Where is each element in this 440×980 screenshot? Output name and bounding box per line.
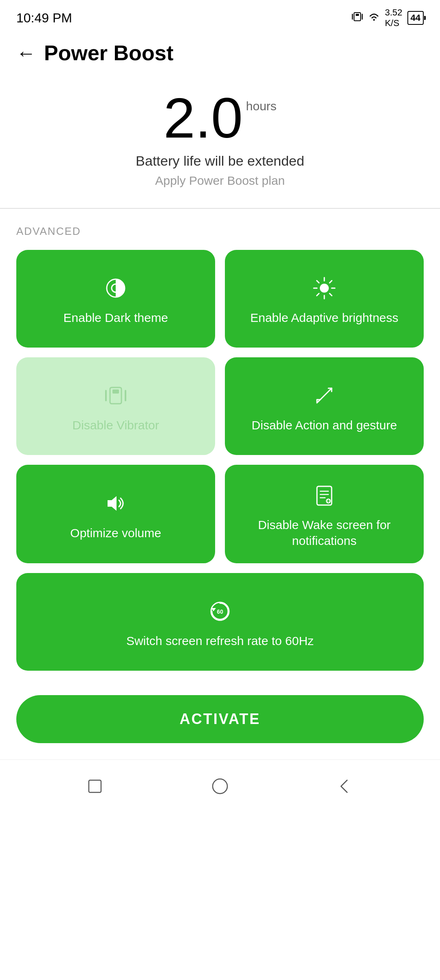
extend-text: Battery life will be extended xyxy=(136,153,304,169)
nav-bar xyxy=(0,759,440,817)
svg-marker-25 xyxy=(108,496,117,511)
svg-line-14 xyxy=(330,280,332,283)
wake-screen-icon xyxy=(310,481,339,510)
cards-grid: Enable Dark theme Enable Adaptive bright… xyxy=(16,250,424,671)
enable-adaptive-brightness-card[interactable]: Enable Adaptive brightness xyxy=(225,250,424,348)
hours-label: hours xyxy=(246,99,277,113)
disable-vibrator-card[interactable]: Disable Vibrator xyxy=(16,357,215,455)
divider xyxy=(0,208,440,209)
advanced-label: ADVANCED xyxy=(16,225,424,238)
activate-section: ACTIVATE xyxy=(0,679,440,759)
refresh-rate-icon: 60 xyxy=(206,597,234,626)
svg-rect-1 xyxy=(356,14,359,16)
adaptive-brightness-label: Enable Adaptive brightness xyxy=(250,310,398,326)
back-nav-button[interactable] xyxy=(331,772,359,801)
disable-action-gesture-card[interactable]: Disable Action and gesture xyxy=(225,357,424,455)
svg-line-13 xyxy=(330,293,332,296)
home-button[interactable] xyxy=(81,772,109,801)
refresh-rate-label: Switch screen refresh rate to 60Hz xyxy=(126,633,314,649)
svg-point-37 xyxy=(213,779,227,794)
hero-section: 2.0 hours Battery life will be extended … xyxy=(0,73,440,200)
recents-button[interactable] xyxy=(206,772,234,801)
gesture-icon xyxy=(310,381,339,410)
hours-display: 2.0 hours xyxy=(163,90,277,147)
apply-plan-text: Apply Power Boost plan xyxy=(155,174,285,188)
back-button[interactable]: ← xyxy=(16,42,36,64)
battery-percent: 44 xyxy=(411,13,420,23)
page-title: Power Boost xyxy=(44,41,174,65)
hours-number: 2.0 xyxy=(163,90,243,147)
svg-line-12 xyxy=(317,280,319,283)
vibrate-icon xyxy=(352,11,363,25)
svg-point-7 xyxy=(320,284,329,293)
wake-screen-label: Disable Wake screen for notifications xyxy=(235,517,414,549)
status-time: 10:49 PM xyxy=(16,11,72,26)
svg-rect-36 xyxy=(89,780,101,792)
switch-refresh-rate-card[interactable]: 60 Switch screen refresh rate to 60Hz xyxy=(16,573,424,671)
dark-theme-label: Enable Dark theme xyxy=(64,310,168,326)
brightness-icon xyxy=(310,274,339,302)
optimize-volume-label: Optimize volume xyxy=(70,525,161,541)
battery-indicator: 44 xyxy=(407,11,424,25)
optimize-volume-card[interactable]: Optimize volume xyxy=(16,465,215,563)
svg-point-4 xyxy=(373,19,375,21)
vibrator-icon xyxy=(101,381,130,410)
svg-rect-17 xyxy=(112,389,119,394)
svg-line-24 xyxy=(318,388,332,402)
status-icons: 3.52K/S 44 xyxy=(352,7,424,28)
svg-text:60: 60 xyxy=(217,608,223,615)
volume-icon xyxy=(101,489,130,518)
status-bar: 10:49 PM 3.52K/S 44 xyxy=(0,0,440,33)
activate-button[interactable]: ACTIVATE xyxy=(16,695,424,743)
disable-vibrator-label: Disable Vibrator xyxy=(73,417,159,433)
enable-dark-theme-card[interactable]: Enable Dark theme xyxy=(16,250,215,348)
wifi-icon xyxy=(368,11,380,24)
advanced-section: ADVANCED Enable Dark theme xyxy=(0,217,440,679)
network-speed: 3.52K/S xyxy=(385,7,403,28)
action-gesture-label: Disable Action and gesture xyxy=(252,417,397,433)
dark-theme-icon xyxy=(101,274,130,302)
disable-wake-screen-card[interactable]: Disable Wake screen for notifications xyxy=(225,465,424,563)
header: ← Power Boost xyxy=(0,33,440,73)
svg-line-15 xyxy=(317,293,319,296)
